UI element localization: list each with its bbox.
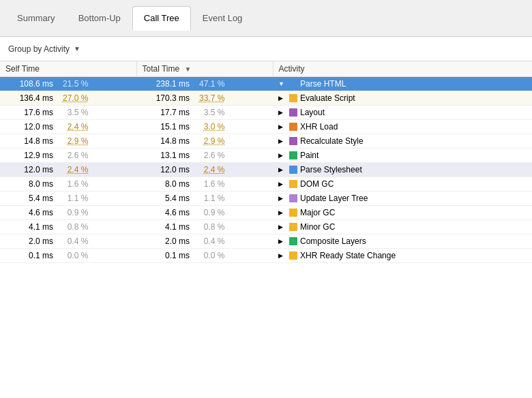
cell-self-time: 14.8 ms 2.9 %	[0, 134, 136, 149]
activity-color-icon	[289, 180, 297, 188]
cell-self-time: 136.4 ms 27.0 %	[0, 91, 136, 106]
cell-total-time: 2.0 ms 0.4 %	[136, 234, 273, 249]
expand-arrow-icon[interactable]: ▶	[278, 209, 286, 216]
self-time-value: 2.0 ms	[5, 236, 53, 246]
activity-color-icon	[289, 223, 297, 231]
total-time-pct: 2.6 %	[192, 151, 224, 160]
cell-activity: ▶ DOM GC	[273, 177, 532, 192]
self-time-value: 4.6 ms	[5, 208, 53, 217]
table-row[interactable]: 12.0 ms 2.4 % 12.0 ms 2.4 % ▶ Parse Styl…	[0, 163, 532, 177]
total-time-value: 17.7 ms	[142, 108, 190, 117]
tab-summary[interactable]: Summary	[5, 6, 67, 31]
total-time-pct: 47.1 %	[192, 79, 224, 89]
activity-label: Recalculate Style	[300, 136, 364, 146]
activity-color-icon	[289, 166, 297, 174]
total-time-value: 4.6 ms	[142, 208, 190, 217]
group-by-dropdown[interactable]: ▼	[74, 45, 80, 52]
self-time-value: 136.4 ms	[5, 93, 53, 103]
expand-arrow-icon[interactable]: ▶	[278, 252, 286, 259]
self-time-pct: 0.0 %	[55, 251, 88, 260]
total-time-value: 12.0 ms	[142, 165, 190, 174]
activity-label: Parse HTML	[300, 79, 346, 89]
cell-total-time: 0.1 ms 0.0 %	[136, 249, 273, 263]
self-time-value: 5.4 ms	[5, 194, 53, 203]
expand-arrow-icon[interactable]: ▶	[278, 152, 286, 159]
performance-table: Self Time Total Time ▼ Activity 108.6 ms…	[0, 61, 532, 263]
activity-color-icon	[289, 80, 297, 88]
cell-activity: ▶ Recalculate Style	[273, 134, 532, 149]
table-row[interactable]: 4.1 ms 0.8 % 4.1 ms 0.8 % ▶ Minor GC	[0, 220, 532, 234]
total-time-pct: 1.1 %	[192, 194, 224, 203]
cell-total-time: 4.1 ms 0.8 %	[136, 220, 273, 234]
activity-label: Parse Stylesheet	[300, 165, 362, 174]
total-time-pct: 0.9 %	[192, 208, 224, 217]
activity-label: Composite Layers	[300, 236, 366, 246]
table-row[interactable]: 136.4 ms 27.0 % 170.3 ms 33.7 % ▶ Evalua…	[0, 91, 532, 106]
expand-arrow-icon[interactable]: ▶	[278, 166, 286, 173]
tab-bottom-up[interactable]: Bottom-Up	[67, 6, 132, 31]
table-row[interactable]: 17.6 ms 3.5 % 17.7 ms 3.5 % ▶ Layout	[0, 106, 532, 120]
cell-activity: ▶ Layout	[273, 106, 532, 120]
expand-arrow-icon[interactable]: ▶	[278, 181, 286, 187]
total-time-value: 238.1 ms	[142, 79, 190, 89]
cell-self-time: 108.6 ms 21.5 %	[0, 77, 136, 91]
tab-event-log[interactable]: Event Log	[191, 6, 254, 31]
table-row[interactable]: 12.9 ms 2.6 % 13.1 ms 2.6 % ▶ Paint	[0, 149, 532, 163]
total-time-pct: 3.0 %	[192, 122, 224, 132]
activity-color-icon	[289, 137, 297, 145]
total-time-pct: 0.8 %	[192, 222, 224, 232]
expand-arrow-icon[interactable]: ▼	[278, 80, 286, 87]
table-row[interactable]: 8.0 ms 1.6 % 8.0 ms 1.6 % ▶ DOM GC	[0, 177, 532, 192]
expand-arrow-icon[interactable]: ▶	[278, 123, 286, 130]
activity-color-icon	[289, 123, 297, 131]
activity-label: Minor GC	[300, 222, 335, 232]
table-row[interactable]: 5.4 ms 1.1 % 5.4 ms 1.1 % ▶ Update Layer…	[0, 192, 532, 206]
cell-activity: ▶ Parse Stylesheet	[273, 163, 532, 177]
self-time-pct: 0.4 %	[55, 236, 88, 246]
self-time-pct: 27.0 %	[55, 93, 88, 103]
table-row[interactable]: 108.6 ms 21.5 % 238.1 ms 47.1 % ▼ Parse …	[0, 77, 532, 91]
expand-arrow-icon[interactable]: ▶	[278, 195, 286, 202]
table-row[interactable]: 14.8 ms 2.9 % 14.8 ms 2.9 % ▶ Recalculat…	[0, 134, 532, 149]
activity-color-icon	[289, 151, 297, 159]
table-row[interactable]: 12.0 ms 2.4 % 15.1 ms 3.0 % ▶ XHR Load	[0, 120, 532, 134]
expand-arrow-icon[interactable]: ▶	[278, 138, 286, 144]
cell-self-time: 12.0 ms 2.4 %	[0, 120, 136, 134]
table-row[interactable]: 0.1 ms 0.0 % 0.1 ms 0.0 % ▶ XHR Ready St…	[0, 249, 532, 263]
sort-arrow-icon: ▼	[185, 65, 192, 73]
self-time-value: 17.6 ms	[5, 108, 53, 117]
total-time-pct: 33.7 %	[192, 93, 224, 103]
cell-total-time: 14.8 ms 2.9 %	[136, 134, 273, 149]
table-header-row: Self Time Total Time ▼ Activity	[0, 61, 532, 77]
activity-label: Paint	[300, 151, 319, 160]
self-time-value: 8.0 ms	[5, 179, 53, 189]
total-time-value: 2.0 ms	[142, 236, 190, 246]
total-time-value: 8.0 ms	[142, 179, 190, 189]
expand-arrow-icon[interactable]: ▶	[278, 109, 286, 116]
activity-label: Update Layer Tree	[300, 194, 368, 203]
col-header-self-time: Self Time	[0, 61, 136, 77]
cell-activity: ▶ XHR Ready State Change	[273, 249, 532, 263]
self-time-value: 12.0 ms	[5, 165, 53, 174]
expand-arrow-icon[interactable]: ▶	[278, 224, 286, 230]
self-time-pct: 2.9 %	[55, 136, 88, 146]
tab-bar: Summary Bottom-Up Call Tree Event Log	[0, 0, 532, 37]
total-time-pct: 1.6 %	[192, 179, 224, 189]
total-time-value: 15.1 ms	[142, 122, 190, 132]
table-row[interactable]: 2.0 ms 0.4 % 2.0 ms 0.4 % ▶ Composite La…	[0, 234, 532, 249]
cell-self-time: 17.6 ms 3.5 %	[0, 106, 136, 120]
cell-activity: ▶ Evaluate Script	[273, 91, 532, 106]
table-row[interactable]: 4.6 ms 0.9 % 4.6 ms 0.9 % ▶ Major GC	[0, 206, 532, 220]
tab-call-tree[interactable]: Call Tree	[132, 6, 191, 31]
total-time-value: 0.1 ms	[142, 251, 190, 260]
cell-self-time: 12.0 ms 2.4 %	[0, 163, 136, 177]
expand-arrow-icon[interactable]: ▶	[278, 95, 286, 102]
cell-self-time: 2.0 ms 0.4 %	[0, 234, 136, 249]
activity-label: XHR Load	[300, 122, 338, 132]
total-time-value: 14.8 ms	[142, 136, 190, 146]
self-time-value: 108.6 ms	[5, 79, 53, 89]
total-time-pct: 3.5 %	[192, 108, 224, 117]
cell-total-time: 170.3 ms 33.7 %	[136, 91, 273, 106]
expand-arrow-icon[interactable]: ▶	[278, 238, 286, 245]
activity-label: Major GC	[300, 208, 335, 217]
